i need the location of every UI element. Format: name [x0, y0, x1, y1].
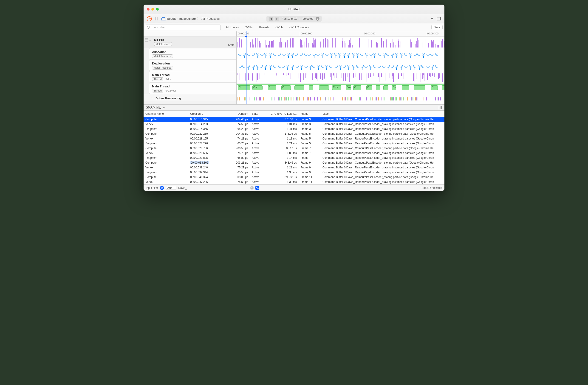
thread-id: 0x124eef	[165, 89, 176, 92]
run-time: 00:00:00	[303, 17, 314, 20]
track-allocation[interactable]: Allocation Metal Resource	[149, 48, 236, 60]
col-label[interactable]: Label	[321, 112, 444, 116]
table-header: Channel Name Creation∧ Duration State CP…	[144, 111, 444, 117]
playhead[interactable]	[246, 31, 247, 104]
track-tabs: All Tracks CPUs Threads GPUs GPU Counter…	[222, 25, 309, 29]
device-header[interactable]: ⌄ M1 Pro Metal Device State	[144, 37, 236, 48]
tab-cpus[interactable]: CPUs	[245, 25, 252, 29]
run-prev-icon[interactable]: ◀	[269, 17, 273, 21]
minimize-icon[interactable]	[151, 8, 154, 11]
track-main-thread-2[interactable]: Main Thread Thread 0x124eef	[149, 83, 236, 94]
pause-button[interactable]	[155, 17, 158, 20]
track-filter-input[interactable]: Track Filter	[145, 24, 221, 30]
ruler-tick: 00:00.200	[363, 32, 375, 36]
machine-name: fbeaufort-macbookpro	[167, 17, 196, 20]
track-pill: Thread	[152, 77, 163, 81]
case-sensitive-icon[interactable]: Aa	[255, 186, 259, 190]
sort-asc-icon: ∧	[201, 113, 203, 115]
table-row[interactable]: Vertex00:00.028.19574.21 μsActive1.11 ms…	[144, 136, 444, 141]
filter-icon	[147, 26, 150, 29]
chevron-right-icon[interactable]: 〉	[151, 97, 154, 100]
track-pill: Metal Resource	[152, 54, 173, 58]
lane-deallocation: TTTTTTTTTTTTTTTTTTTTTTTTTTTTTTTTTTTTTTTT…	[237, 60, 444, 72]
table-row[interactable]: Fragment00:00.028.29665.75 μsActive1.21 …	[144, 141, 444, 146]
target-breadcrumb[interactable]: fbeaufort-macbookpro 〉 All Processes	[162, 17, 220, 21]
col-duration[interactable]: Duration	[225, 112, 250, 116]
col-state[interactable]: State	[250, 112, 267, 116]
process-scope: All Processes	[201, 17, 220, 20]
instruments-window: Untitled ●●● fbeaufort-macbookpro 〉 All …	[144, 5, 444, 191]
lane-driver	[237, 95, 444, 101]
table-row[interactable]: Compute00:00.013.315904.46 μsActive373.3…	[144, 117, 444, 122]
timeline[interactable]: 00:00.000 00:00.100 00:00.200 00:00.300 …	[237, 31, 444, 104]
any-scope-pill[interactable]: ANY ⌄	[166, 186, 177, 190]
table-row[interactable]: Fragment00:00.029.80565.83 μsActive1.14 …	[144, 155, 444, 160]
table-row[interactable]: Compute00:00.038.306903.21 μsActive343.4…	[144, 160, 444, 165]
track-title: Main Thread	[152, 73, 233, 77]
titlebar[interactable]: Untitled	[144, 5, 444, 14]
toolbar: ●●● fbeaufort-macbookpro 〉 All Processes…	[144, 14, 444, 23]
thread-id: 0xfce	[165, 78, 171, 80]
lane-thread2: C…Com…C…C…Com…Comm…C…C…Com…C…Com…	[237, 83, 444, 95]
save-button[interactable]: Save	[431, 25, 443, 30]
time-ruler[interactable]: 00:00.000 00:00.100 00:00.200 00:00.300	[237, 31, 444, 37]
tab-all-tracks[interactable]: All Tracks	[226, 25, 239, 29]
col-frame[interactable]: Frame	[299, 112, 321, 116]
ruler-tick: 00:00.300	[426, 32, 439, 36]
lane-allocation: TTTTTTTTTTTTTTTTTTTTTTTTTTTTTTTTTTTTTTTT…	[237, 48, 444, 60]
table-row[interactable]: Vertex00:00.039.24075.21 μsActive1.28 ms…	[144, 165, 444, 170]
laptop-icon	[162, 18, 165, 20]
table-row[interactable]: Fragment00:00.039.34465.58 μsActive1.38 …	[144, 170, 444, 175]
chevron-down-icon[interactable]: ⌄	[149, 39, 151, 41]
add-instrument-button[interactable]: +	[431, 16, 433, 21]
col-latency[interactable]: CPU to GPU Laten…	[267, 112, 299, 116]
col-channel[interactable]: Channel Name	[144, 112, 188, 116]
detail-selector-bar: GPU Activity ▲▼	[144, 105, 444, 111]
table-row[interactable]: Fragment00:00.014.35565.29 μsActive1.41 …	[144, 127, 444, 132]
lane-thread1	[237, 72, 444, 83]
breadcrumb-sep: 〉	[197, 17, 200, 21]
table-row[interactable]: Vertex00:00.014.25374.58 μsActive1.31 ms…	[144, 122, 444, 127]
run-sep: |	[299, 17, 300, 20]
zoom-icon[interactable]	[156, 8, 159, 11]
track-filter-placeholder: Track Filter	[151, 26, 165, 29]
selection-status: 1 of 315 selected	[421, 186, 442, 190]
close-icon[interactable]	[147, 8, 149, 11]
info-icon[interactable]: i	[315, 17, 319, 21]
filter-query[interactable]: Dawn_	[178, 186, 187, 190]
detail-selector[interactable]: GPU Activity	[146, 106, 161, 109]
track-driver[interactable]: 〉 Driver Processing	[144, 94, 236, 101]
run-selector[interactable]: ◀ ▶ Run 12 of 12 | 00:00:00 i	[266, 16, 322, 22]
ruler-tick: 00:00.000	[237, 32, 249, 36]
table-row[interactable]: Compute00:00.027.260904.33 μsActive175.0…	[144, 132, 444, 136]
filter-bar: Track Filter All Tracks CPUs Threads GPU…	[144, 23, 444, 31]
table-row[interactable]: Vertex00:00.047.23675.50 μsActive1.33 ms…	[144, 180, 444, 184]
table-row[interactable]: Compute00:00.028.756900.50 μsActive86.17…	[144, 146, 444, 151]
device-type-pill: Metal Device	[154, 42, 172, 46]
run-label: Run 12 of 12	[282, 17, 297, 20]
track-main-thread-1[interactable]: Main Thread Thread 0xfce	[149, 71, 236, 83]
table-row[interactable]: Compute00:00.046.324903.00 μsActive395.3…	[144, 175, 444, 180]
track-pill: Metal Resource	[152, 66, 173, 70]
tab-threads[interactable]: Threads	[258, 25, 270, 29]
col-creation[interactable]: Creation∧	[188, 112, 225, 116]
updown-icon[interactable]: ▲▼	[163, 106, 165, 109]
tab-gpu-counters[interactable]: GPU Counters	[289, 25, 309, 29]
traffic-lights	[147, 8, 159, 11]
tab-gpus[interactable]: GPUs	[275, 25, 283, 29]
input-filter-label: Input filter	[146, 186, 158, 190]
clear-filter-icon[interactable]: ✕	[250, 186, 253, 190]
record-button[interactable]: ●●●	[147, 16, 152, 21]
table-row[interactable]: Vertex00:00.029.69675.79 μsActive1.03 ms…	[144, 151, 444, 155]
device-name: M1 Pro	[154, 38, 234, 41]
run-next-icon[interactable]: ▶	[275, 17, 279, 21]
window-title: Untitled	[289, 8, 299, 11]
token-filter-icon[interactable]: ⊜	[160, 186, 164, 190]
column-selector-icon[interactable]	[438, 106, 442, 109]
footer-bar: Input filter ⊜ ANY ⌄ Dawn_ ✕ Aa 1 of 315…	[144, 184, 444, 191]
ruler-tick: 00:00.100	[300, 32, 312, 36]
track-title: Deallocation	[152, 62, 233, 65]
toggle-detail-panel-icon[interactable]	[437, 17, 441, 20]
track-deallocation[interactable]: Deallocation Metal Resource	[149, 60, 236, 71]
track-title: Allocation	[152, 50, 233, 54]
